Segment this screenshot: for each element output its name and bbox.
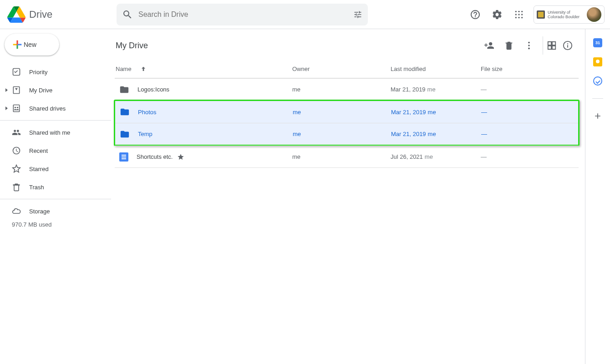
folder-icon <box>119 85 129 95</box>
sidebar-item-label: My Drive <box>29 87 52 94</box>
drive-logo-icon <box>7 5 25 24</box>
sidebar-item-my-drive[interactable]: My Drive <box>0 81 106 99</box>
share-button[interactable] <box>480 36 498 55</box>
file-name: Photos <box>138 109 156 116</box>
table-header: Name Owner Last modified File size <box>115 60 579 78</box>
folder-icon <box>120 129 130 139</box>
cloud-icon <box>12 207 21 216</box>
search-filter-icon[interactable] <box>342 9 353 20</box>
svg-point-5 <box>521 14 523 15</box>
col-owner[interactable]: Owner <box>292 66 391 72</box>
file-modified: Mar 21, 2019me <box>391 109 481 116</box>
apps-button[interactable] <box>510 5 528 24</box>
sidebar-item-shared-drives[interactable]: Shared drives <box>0 99 106 117</box>
search-icon <box>122 9 133 20</box>
search-bar[interactable] <box>117 4 368 25</box>
svg-point-2 <box>521 10 523 12</box>
svg-point-10 <box>15 107 16 108</box>
file-owner: me <box>292 153 391 160</box>
file-name: Logos:Icons <box>137 86 169 93</box>
folder-icon <box>120 107 130 117</box>
svg-point-3 <box>515 14 517 15</box>
calendar-button[interactable] <box>593 38 602 47</box>
col-name[interactable]: Name <box>115 66 292 73</box>
sidebar-item-label: Recent <box>29 147 48 154</box>
trash-icon <box>12 182 21 192</box>
more-button[interactable] <box>520 36 538 55</box>
new-button-label: New <box>24 41 36 48</box>
svg-point-16 <box>567 43 568 44</box>
star-icon <box>177 153 184 161</box>
priority-icon <box>12 67 21 76</box>
view-toggle-button[interactable] <box>543 36 557 55</box>
sidebar-item-label: Shared drives <box>29 105 66 112</box>
sidebar-item-storage[interactable]: Storage <box>0 202 106 220</box>
table-row[interactable]: Temp me Mar 21, 2019me — <box>115 123 578 145</box>
sidebar-item-priority[interactable]: Priority <box>0 63 106 81</box>
details-button[interactable] <box>559 36 577 55</box>
app-name: Drive <box>29 9 52 20</box>
docs-icon <box>119 152 128 162</box>
my-drive-icon <box>12 86 21 95</box>
table-row[interactable]: Logos:Icons me Mar 21, 2019me — <box>115 78 579 100</box>
file-owner: me <box>292 86 391 93</box>
add-addon-button[interactable] <box>593 111 602 121</box>
table-row[interactable]: Shortcuts etc. me Jul 26, 2021me — <box>115 146 579 167</box>
avatar <box>587 7 601 22</box>
star-icon <box>12 164 21 173</box>
col-modified[interactable]: Last modified <box>391 66 481 72</box>
file-size: — <box>481 153 579 160</box>
file-owner: me <box>293 131 391 137</box>
search-options-icon[interactable] <box>331 9 342 20</box>
col-size[interactable]: File size <box>481 66 579 72</box>
storage-used: 970.7 MB used <box>0 220 111 228</box>
side-panel <box>585 29 610 364</box>
svg-point-4 <box>518 14 519 15</box>
sidebar-item-label: Trash <box>29 184 44 191</box>
table-row[interactable]: Photos me Mar 21, 2019me — <box>115 101 578 123</box>
file-modified: Jul 26, 2021me <box>391 153 481 160</box>
file-size: — <box>481 131 578 137</box>
new-button[interactable]: New <box>5 34 59 56</box>
sidebar-item-label: Starred <box>29 166 49 172</box>
sidebar-item-starred[interactable]: Starred <box>0 160 106 178</box>
header-actions: University of Colorado Boulder <box>466 5 605 24</box>
keep-button[interactable] <box>593 57 602 66</box>
main-content: My Drive Name Owner Last modified File s… <box>111 29 585 364</box>
sidebar-item-label: Storage <box>29 208 50 215</box>
file-owner: me <box>293 109 391 116</box>
file-size: — <box>481 109 578 116</box>
svg-point-0 <box>515 10 517 12</box>
sidebar-item-trash[interactable]: Trash <box>0 178 106 196</box>
people-icon <box>12 128 21 137</box>
settings-button[interactable] <box>488 5 506 24</box>
svg-point-7 <box>518 17 519 18</box>
sidebar-item-recent[interactable]: Recent <box>0 142 106 160</box>
sidebar: New Priority My Drive Shared drives Shar… <box>0 29 111 364</box>
svg-rect-17 <box>567 45 568 48</box>
help-button[interactable] <box>466 5 484 24</box>
divider <box>592 98 603 99</box>
file-table: Name Owner Last modified File size Logos… <box>115 60 579 168</box>
plus-icon <box>11 38 24 51</box>
sidebar-item-label: Priority <box>29 69 47 76</box>
tune-icon[interactable] <box>353 10 362 19</box>
shared-drives-icon <box>12 104 21 113</box>
file-modified: Mar 21, 2019me <box>391 86 481 93</box>
delete-button[interactable] <box>500 36 518 55</box>
sidebar-item-shared-with-me[interactable]: Shared with me <box>0 123 106 142</box>
file-modified: Mar 21, 2019me <box>391 131 481 137</box>
file-name: Temp <box>138 131 152 137</box>
sort-arrow-icon <box>140 66 147 73</box>
svg-point-14 <box>528 48 530 50</box>
svg-point-8 <box>521 17 523 18</box>
svg-point-12 <box>528 42 530 44</box>
logo-area[interactable]: Drive <box>7 5 117 24</box>
tasks-button[interactable] <box>593 76 602 86</box>
org-logo-icon <box>537 10 545 19</box>
file-size: — <box>481 86 579 93</box>
search-input[interactable] <box>138 10 331 19</box>
page-title: My Drive <box>116 41 480 51</box>
svg-point-11 <box>17 107 18 108</box>
account-chip[interactable]: University of Colorado Boulder <box>534 5 605 24</box>
